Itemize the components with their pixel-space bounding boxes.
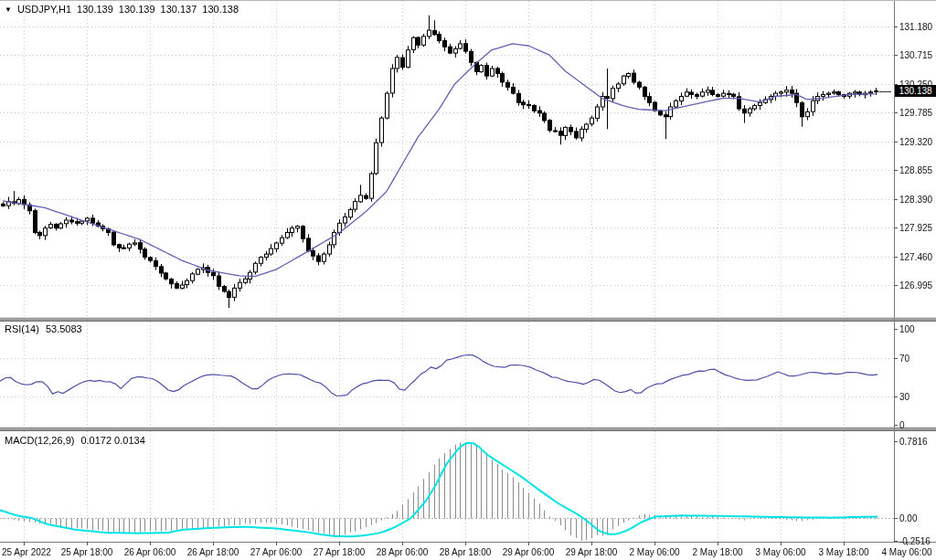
chart-symbol-arrow-icon[interactable]: ▼ <box>5 5 12 14</box>
rsi-axis-label: 30 <box>899 392 909 402</box>
rsi-axis-label: 70 <box>899 354 909 364</box>
rsi-axis-label: 100 <box>899 324 915 334</box>
macd-name: MACD(12,26,9) <box>5 435 74 446</box>
price-axis-label: 127.460 <box>899 252 932 262</box>
time-axis-label: 2 May 06:00 <box>620 547 689 557</box>
time-axis-label: 25 Apr 18:00 <box>52 547 122 557</box>
time-axis-label: 4 May 06:00 <box>872 547 936 557</box>
trading-chart-window: ▼USDJPY,H1130.139130.139130.137130.138 R… <box>0 0 936 560</box>
price-axis-label: 129.785 <box>899 108 932 118</box>
time-axis-label: 27 Apr 18:00 <box>304 547 374 557</box>
time-axis-label: 25 Apr 2022 <box>2 547 51 557</box>
time-axis-label: 2 May 18:00 <box>683 547 752 557</box>
rsi-name: RSI(14) <box>5 323 39 334</box>
time-axis-label: 27 Apr 06:00 <box>241 547 311 557</box>
ohlc-high: 130.139 <box>119 4 155 15</box>
time-axis-label: 28 Apr 06:00 <box>367 547 437 557</box>
price-axis-label: 127.925 <box>899 223 932 233</box>
macd-indicator-label: MACD(12,26,9)0.0172 0.0134 <box>5 435 152 446</box>
time-axis-label: 29 Apr 06:00 <box>494 547 563 557</box>
current-price-tag: 130.138 <box>895 85 936 97</box>
macd-axis-label: 0.7816 <box>899 437 928 447</box>
rsi-axis-label: 0 <box>899 420 905 430</box>
rsi-indicator-label: RSI(14)53.5083 <box>5 323 89 334</box>
chart-ohlc-header: ▼USDJPY,H1130.139130.139130.137130.138 <box>5 4 244 15</box>
price-axis-label: 130.715 <box>899 50 932 60</box>
price-axis-label: 131.180 <box>899 22 932 32</box>
time-axis-label: 3 May 06:00 <box>746 547 815 557</box>
price-axis-label: 129.320 <box>899 137 932 147</box>
time-axis-label: 29 Apr 18:00 <box>557 547 626 557</box>
ohlc-close: 130.138 <box>202 4 239 15</box>
macd-axis-label: 0.00 <box>899 513 917 523</box>
ohlc-open: 130.139 <box>77 4 113 15</box>
symbol-label: USDJPY,H1 <box>17 4 71 15</box>
ohlc-low: 130.137 <box>161 4 197 15</box>
time-axis-label: 3 May 18:00 <box>809 547 878 557</box>
price-axis-label: 126.995 <box>899 280 932 291</box>
price-chart-canvas[interactable] <box>0 0 936 560</box>
price-axis-label: 128.390 <box>899 195 932 205</box>
time-axis-label: 26 Apr 18:00 <box>178 547 248 557</box>
time-axis-label: 26 Apr 06:00 <box>115 547 185 557</box>
macd-values: 0.0172 0.0134 <box>80 435 144 446</box>
time-axis-label: 28 Apr 18:00 <box>431 547 500 557</box>
rsi-value: 53.5083 <box>46 323 82 334</box>
price-axis-label: 128.855 <box>899 165 932 175</box>
macd-axis-label: -0.2516 <box>899 536 931 546</box>
